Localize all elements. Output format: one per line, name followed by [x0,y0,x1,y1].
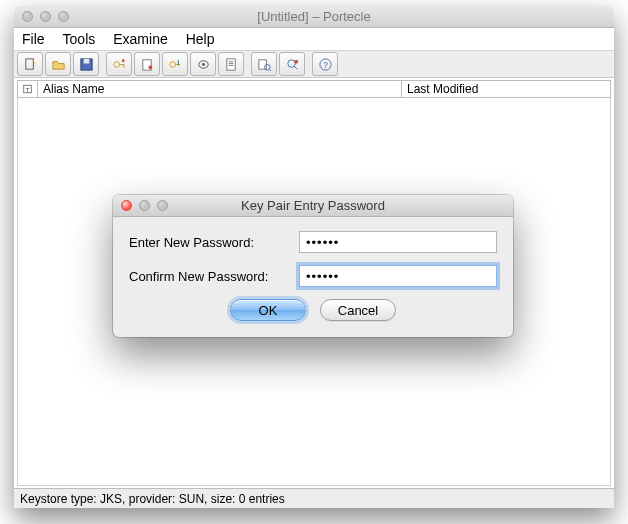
column-alias[interactable]: Alias Name [38,81,402,97]
zoom-window-icon[interactable] [58,11,69,22]
svg-text:T: T [26,87,30,93]
dialog-buttons: OK Cancel [129,299,497,321]
svg-rect-11 [258,59,266,68]
password-dialog: Key Pair Entry Password Enter New Passwo… [113,195,513,337]
examine-cert-icon [257,57,272,72]
status-bar: Keystore type: JKS, provider: SUN, size:… [14,488,614,508]
svg-point-14 [294,59,298,63]
import-keypair-icon [168,57,183,72]
dialog-title: Key Pair Entry Password [113,198,513,213]
minimize-window-icon[interactable] [40,11,51,22]
save-keystore-icon [79,57,94,72]
enter-password-row: Enter New Password: [129,231,497,253]
examine-ssl-button[interactable] [279,52,305,76]
column-modified[interactable]: Last Modified [402,81,610,97]
window-title: [Untitled] – Portecle [14,9,614,24]
dialog-titlebar[interactable]: Key Pair Entry Password [113,195,513,217]
help-button[interactable]: ? [312,52,338,76]
import-trusted-cert-button[interactable] [134,52,160,76]
dialog-window-controls [113,200,168,211]
svg-rect-10 [226,58,234,69]
save-keystore-button[interactable] [73,52,99,76]
dialog-body: Enter New Password: Confirm New Password… [113,217,513,337]
status-text: Keystore type: JKS, provider: SUN, size:… [20,492,285,506]
generate-keypair-button[interactable] [106,52,132,76]
generate-keypair-icon [112,57,127,72]
confirm-password-row: Confirm New Password: [129,265,497,287]
menu-examine[interactable]: Examine [113,31,167,47]
ok-button[interactable]: OK [230,299,306,321]
svg-rect-2 [83,58,89,63]
keystore-report-button[interactable] [218,52,244,76]
confirm-password-label: Confirm New Password: [129,269,299,284]
examine-cert-button[interactable] [251,52,277,76]
help-icon: ? [318,57,333,72]
import-trusted-cert-icon [140,57,155,72]
svg-point-7 [169,61,175,67]
window-controls [14,11,69,22]
table-header: T Alias Name Last Modified [17,80,611,98]
new-keystore-icon [23,57,38,72]
import-keypair-button[interactable] [162,52,188,76]
confirm-password-field[interactable] [299,265,497,287]
menu-tools[interactable]: Tools [63,31,96,47]
menu-help[interactable]: Help [186,31,215,47]
svg-rect-0 [25,58,33,68]
open-keystore-button[interactable] [45,52,71,76]
dialog-minimize-icon [139,200,150,211]
cancel-button[interactable]: Cancel [320,299,396,321]
enter-password-field[interactable] [299,231,497,253]
toolbar: ? [14,50,614,78]
menu-file[interactable]: File [22,31,45,47]
open-keystore-icon [51,57,66,72]
set-password-icon [196,57,211,72]
svg-point-6 [148,65,152,69]
svg-point-4 [121,59,124,62]
svg-point-3 [113,61,119,67]
dialog-zoom-icon [157,200,168,211]
svg-point-13 [287,59,295,67]
close-window-icon[interactable] [22,11,33,22]
keystore-report-icon [224,57,239,72]
type-column-icon: T [23,83,32,95]
menubar: File Tools Examine Help [14,28,614,50]
main-titlebar[interactable]: [Untitled] – Portecle [14,6,614,28]
examine-ssl-icon [285,57,300,72]
svg-text:?: ? [323,60,328,70]
enter-password-label: Enter New Password: [129,235,299,250]
set-password-button[interactable] [190,52,216,76]
new-keystore-button[interactable] [17,52,43,76]
column-type[interactable]: T [18,81,38,97]
dialog-close-icon[interactable] [121,200,132,211]
svg-point-9 [202,63,205,66]
